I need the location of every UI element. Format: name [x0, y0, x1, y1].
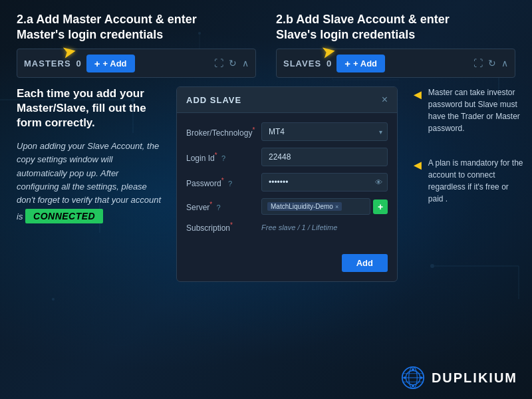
password-help-icon: ?: [228, 180, 232, 188]
svg-point-41: [403, 376, 406, 379]
slaves-collapse-icon[interactable]: ∧: [501, 58, 508, 68]
login-label: Login Id* ?: [186, 152, 256, 163]
password-row: Password* ? 👁: [186, 173, 388, 192]
broker-select-wrap[interactable]: MT4 ▾: [261, 122, 388, 141]
server-help-icon: ?: [217, 203, 221, 211]
broker-select[interactable]: MT4: [261, 122, 388, 141]
duplikium-logo-icon: [401, 366, 425, 390]
modal-close-button[interactable]: ×: [382, 94, 388, 106]
masters-add-button[interactable]: + Add: [86, 55, 135, 72]
subscription-row: Subscription* Free slave / 1 / Lifetime: [186, 221, 388, 233]
tip1-text: Master can take investor password but Sl…: [428, 86, 524, 134]
password-input[interactable]: [261, 173, 388, 192]
server-wrap: MatchLiquidity-Demo × +: [261, 198, 388, 215]
masters-refresh-icon[interactable]: ↻: [229, 58, 237, 68]
server-add-button[interactable]: +: [373, 200, 388, 214]
slaves-bar: SLAVES 0 + Add ⛶ ↻ ∧: [276, 49, 515, 78]
connected-badge: CONNECTED: [25, 209, 103, 223]
masters-count: 0: [76, 59, 81, 68]
server-row: Server* ? MatchLiquidity-Demo × +: [186, 198, 388, 215]
tip1-container: ◄ Master can take investor password but …: [411, 86, 524, 148]
slaves-add-button[interactable]: + Add: [336, 55, 385, 72]
server-input-box[interactable]: MatchLiquidity-Demo ×: [261, 198, 370, 215]
password-label: Password* ?: [186, 177, 256, 188]
instruction-sub-text: Upon adding your Slave Account, the copy…: [17, 140, 163, 223]
masters-label: MASTERS: [24, 59, 71, 68]
subscription-value: Free slave / 1 / Lifetime: [261, 223, 337, 231]
modal-title: ADD SLAVE: [186, 95, 241, 105]
tip1-arrow-icon: ◄: [411, 88, 424, 101]
masters-expand-icon[interactable]: ⛶: [214, 58, 223, 68]
svg-point-39: [412, 368, 414, 371]
password-wrap: 👁: [261, 173, 388, 192]
slaves-count: 0: [327, 59, 331, 68]
tip2-container: ◄ A plan is mandatory for the account to…: [411, 157, 524, 218]
login-help-icon: ?: [221, 154, 225, 162]
add-slave-modal: ADD SLAVE × Broker/Technology* MT4 ▾: [176, 86, 398, 282]
subscription-label: Subscription*: [186, 221, 256, 233]
instruction-panel: Each time you add your Master/Slave, fil…: [17, 86, 163, 235]
tips-panel: ◄ Master can take investor password but …: [411, 86, 524, 227]
instruction-main-text: Each time you add your Master/Slave, fil…: [17, 86, 163, 130]
modal-footer: Add: [177, 249, 397, 281]
broker-row: Broker/Technology* MT4 ▾: [186, 122, 388, 141]
section-title-slave: 2.b Add Slave Account & enter Slave's lo…: [276, 12, 462, 42]
modal-add-button[interactable]: Add: [342, 254, 388, 272]
server-tag: MatchLiquidity-Demo ×: [267, 202, 342, 211]
masters-collapse-icon[interactable]: ∧: [242, 58, 249, 68]
slaves-expand-icon[interactable]: ⛶: [473, 58, 483, 68]
svg-point-42: [420, 376, 423, 379]
svg-point-40: [412, 385, 414, 388]
server-tag-remove[interactable]: ×: [335, 203, 338, 210]
modal-header: ADD SLAVE ×: [177, 87, 397, 113]
login-row: Login Id* ?: [186, 148, 388, 166]
login-input[interactable]: [261, 148, 388, 166]
logo-text: DUPLIKIUM: [432, 370, 517, 386]
slaves-label: SLAVES: [283, 59, 321, 68]
tip2-arrow-icon: ◄: [411, 158, 424, 172]
masters-bar: MASTERS 0 + Add ⛶ ↻ ∧: [17, 49, 256, 78]
tip2-text: A plan is mandatory for the account to c…: [428, 157, 524, 205]
broker-label: Broker/Technology*: [186, 126, 256, 138]
section-title-master: 2.a Add Master Account & enter Master's …: [17, 12, 203, 42]
password-eye-icon[interactable]: 👁: [375, 178, 382, 186]
logo-area: DUPLIKIUM: [401, 366, 517, 390]
server-label: Server* ?: [186, 201, 256, 212]
slaves-refresh-icon[interactable]: ↻: [488, 58, 496, 68]
